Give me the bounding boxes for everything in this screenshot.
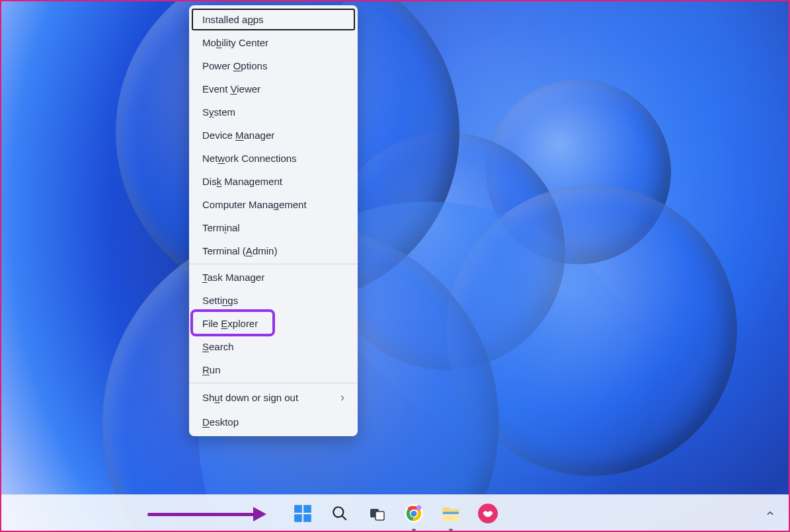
menu-item-power-options[interactable]: Power Options: [189, 54, 358, 77]
svg-point-4: [333, 507, 343, 517]
menu-item-settings[interactable]: Settings: [189, 289, 358, 312]
start-button[interactable]: [288, 499, 317, 528]
svg-rect-2: [294, 514, 302, 522]
chrome-taskbar-button[interactable]: [399, 499, 428, 528]
menu-item-disk-management[interactable]: Disk Management: [189, 170, 358, 193]
svg-line-5: [342, 515, 346, 520]
svg-rect-7: [375, 512, 384, 520]
menu-item-task-manager[interactable]: Task Manager: [189, 266, 358, 289]
menu-item-label: Power Options: [202, 60, 267, 71]
desktop-wallpaper: [0, 0, 790, 532]
menu-item-label: Search: [202, 341, 234, 352]
folder-icon: [441, 505, 461, 522]
chrome-icon: [404, 504, 424, 523]
menu-item-installed-apps[interactable]: Installed apps: [191, 8, 356, 31]
menu-item-label: Mobility Center: [202, 37, 268, 48]
windows-logo-icon: [294, 504, 312, 523]
menu-item-label: Installed apps: [202, 14, 264, 25]
menu-item-system[interactable]: System: [189, 100, 358, 124]
menu-item-desktop[interactable]: Desktop: [189, 410, 358, 434]
menu-item-run[interactable]: Run: [189, 358, 358, 381]
menu-item-label: Computer Management: [202, 199, 307, 210]
file-explorer-taskbar-button[interactable]: [436, 499, 465, 528]
chevron-up-icon: [766, 509, 775, 518]
menu-item-label: Network Connections: [202, 153, 297, 164]
menu-item-label: System: [202, 106, 235, 118]
menu-item-shut-down-or-sign-out[interactable]: Shut down or sign out›: [189, 385, 358, 410]
menu-item-label: Terminal: [202, 222, 240, 233]
svg-rect-0: [294, 505, 302, 513]
svg-rect-1: [303, 505, 311, 513]
menu-item-file-explorer[interactable]: File Explorer: [189, 312, 358, 335]
menu-separator: [189, 264, 358, 264]
menu-item-network-connections[interactable]: Network Connections: [189, 147, 358, 170]
winx-context-menu: Installed appsMobility CenterPower Optio…: [189, 5, 358, 436]
menu-item-mobility-center[interactable]: Mobility Center: [189, 31, 358, 54]
menu-item-label: Terminal (Admin): [202, 245, 277, 256]
menu-item-terminal-admin[interactable]: Terminal (Admin): [189, 239, 358, 262]
menu-item-search[interactable]: Search: [189, 335, 358, 358]
svg-point-11: [416, 506, 421, 511]
menu-item-label: Disk Management: [202, 176, 282, 187]
menu-item-label: Run: [202, 364, 221, 375]
menu-item-label: Task Manager: [202, 272, 264, 283]
taskview-button[interactable]: [362, 499, 391, 528]
menu-separator: [189, 383, 358, 383]
menu-item-label: Desktop: [202, 416, 239, 428]
pinned-app-button[interactable]: [473, 499, 502, 528]
lips-app-icon: [478, 504, 498, 523]
svg-rect-12: [442, 512, 458, 514]
menu-item-computer-management[interactable]: Computer Management: [189, 193, 358, 216]
search-button[interactable]: [325, 499, 354, 528]
menu-item-label: Shut down or sign out: [202, 392, 298, 403]
taskview-icon: [369, 506, 385, 521]
svg-rect-3: [303, 514, 311, 522]
menu-item-terminal[interactable]: Terminal: [189, 216, 358, 239]
menu-item-device-manager[interactable]: Device Manager: [189, 124, 358, 147]
taskbar: [0, 494, 790, 532]
menu-item-label: Event Viewer: [202, 83, 260, 95]
svg-point-9: [411, 511, 416, 517]
show-hidden-icons-button[interactable]: [762, 506, 778, 521]
menu-item-event-viewer[interactable]: Event Viewer: [189, 77, 358, 100]
menu-item-label: Settings: [202, 295, 238, 306]
menu-item-label: Device Manager: [202, 130, 274, 141]
chevron-right-icon: ›: [340, 391, 344, 404]
search-icon: [331, 505, 348, 522]
menu-item-label: File Explorer: [202, 318, 258, 329]
